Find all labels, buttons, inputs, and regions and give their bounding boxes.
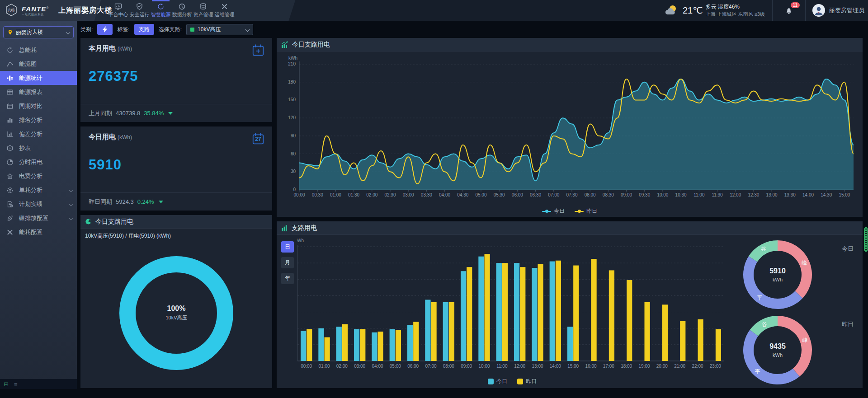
sidebar-item-total-energy[interactable]: 总能耗 — [0, 43, 77, 57]
brand-reg: ® — [46, 6, 48, 9]
sidebar-menu: 总能耗 能流图 能源统计 能源报表 同期对比 排名分析 偏差分析 抄表 — [0, 43, 77, 239]
trend-chart-icon — [281, 41, 288, 48]
svg-text:12:00: 12:00 — [730, 192, 741, 197]
calendar-day-button[interactable]: 27 — [251, 132, 265, 145]
nav-data-analysis[interactable]: 数据分析 — [171, 0, 193, 21]
sidebar-item-label: 电费分析 — [19, 172, 72, 180]
sidebar-item-energy-statistics[interactable]: 能源统计 — [0, 71, 77, 85]
weather-widget: 21℃ 多云 湿度46% 上海 上海城区 东南风 ≤3级 — [663, 3, 772, 17]
legend-item-today[interactable]: 今日 — [542, 207, 565, 215]
sidebar-item-carbon-config[interactable]: 碳排放配置 — [0, 211, 77, 225]
svg-text:07:00: 07:00 — [548, 192, 559, 197]
sidebar-item-label: 能源报表 — [19, 88, 72, 96]
toggle-year-button[interactable]: 年 — [281, 273, 294, 284]
svg-text:23:00: 23:00 — [710, 364, 721, 369]
sidebar-item-period-compare[interactable]: 同期对比 — [0, 99, 77, 113]
shield-icon — [136, 3, 143, 10]
svg-text:04:00: 04:00 — [439, 192, 450, 197]
app-header: 凡特 FANTE® 一站式能效系统 上海丽婴房大楼 平台中心 安全运行 智慧能源… — [0, 0, 868, 21]
legend-item-yesterday[interactable]: 昨日 — [517, 378, 537, 385]
branch-donut-chart[interactable] — [115, 252, 238, 375]
nav-platform-center[interactable]: 平台中心 — [108, 0, 129, 21]
svg-text:08:00: 08:00 — [585, 192, 596, 197]
today-branch-donut-card: 今日支路用电 10kV高压(5910) / 用电(5910) (kWh) 100… — [80, 215, 272, 388]
nav-ops-management[interactable]: 运维管理 — [214, 0, 235, 21]
branch-bar-chart[interactable]: 0100200300400500600700kWh00:0001:0002:00… — [297, 236, 727, 374]
svg-text:01:00: 01:00 — [330, 192, 341, 197]
compare-value: 430739.8 — [116, 110, 140, 117]
svg-text:15:00: 15:00 — [839, 192, 850, 197]
notifications-button[interactable]: 11 — [772, 0, 805, 21]
svg-text:07:30: 07:30 — [566, 192, 577, 197]
tag-branch-button[interactable]: 支路 — [134, 24, 154, 35]
nav-smart-energy[interactable]: 智慧能源 — [150, 0, 171, 21]
pie-chart-icon — [178, 3, 186, 10]
category-label: 类别: — [80, 26, 93, 33]
sidebar-item-tou-power[interactable]: 分时用电 — [0, 155, 77, 169]
nav-asset-management[interactable]: 资产管理 — [193, 0, 214, 21]
database-icon — [199, 3, 207, 10]
flow-icon — [6, 61, 14, 68]
tou-donut-yesterday-chart[interactable]: 峰平谷 — [742, 315, 813, 385]
chevron-down-icon — [66, 30, 71, 35]
legend-label: 今日 — [496, 378, 507, 385]
svg-text:22:00: 22:00 — [692, 364, 703, 369]
hexagon-bolt-icon — [6, 145, 14, 152]
svg-text:17:00: 17:00 — [603, 364, 614, 369]
calendar-add-button[interactable] — [251, 43, 265, 57]
sidebar-item-label: 能耗配置 — [19, 228, 72, 236]
sidebar-item-energy-config[interactable]: 能耗配置 — [0, 225, 77, 239]
sidebar-item-ranking[interactable]: 排名分析 — [0, 113, 77, 127]
toggle-day-button[interactable]: 日 — [281, 241, 294, 253]
branch-select-label: 选择支路: — [159, 26, 182, 33]
card-title: 今日用电 — [89, 133, 116, 140]
category-electric-button[interactable] — [97, 24, 113, 35]
sidebar-item-electricity-cost[interactable]: 电费分析 — [0, 169, 77, 183]
user-menu[interactable]: 丽婴房管理员 — [805, 0, 864, 21]
svg-text:150: 150 — [288, 97, 296, 102]
toggle-month-button[interactable]: 月 — [281, 257, 294, 268]
today-usage-value: 5910 — [89, 157, 264, 173]
trend-down-icon — [168, 112, 173, 115]
svg-text:09:00: 09:00 — [621, 192, 632, 197]
legend-item-today[interactable]: 今日 — [488, 378, 507, 385]
svg-text:12:00: 12:00 — [514, 364, 525, 369]
brand-logo-icon: 凡特 — [5, 3, 18, 18]
svg-text:04:00: 04:00 — [372, 364, 383, 369]
sidebar-item-label: 抄表 — [19, 144, 72, 152]
filter-bar: 类别: 标签: 支路 选择支路: 10kV高压 — [80, 23, 868, 36]
statistics-icon — [6, 75, 14, 82]
nav-label: 平台中心 — [108, 11, 128, 18]
sidebar-item-energy-flow[interactable]: 能流图 — [0, 57, 77, 71]
svg-text:峰: 峰 — [802, 260, 807, 266]
tou-donut-column: 峰平谷 5910 kWh 今日 峰平谷 9435 — [730, 236, 860, 386]
tou-donut-today-chart[interactable]: 峰平谷 — [742, 239, 813, 310]
nav-label: 运维管理 — [215, 11, 235, 18]
tou-side-label: 昨日 — [842, 320, 854, 328]
sidebar-item-energy-report[interactable]: 能源报表 — [0, 85, 77, 99]
svg-text:13:30: 13:30 — [784, 192, 796, 197]
sidebar-item-deviation[interactable]: 偏差分析 — [0, 127, 77, 141]
menu-collapse-icon[interactable]: ≡ — [14, 381, 18, 387]
leaf-icon — [6, 215, 14, 222]
grid-toggle-icon[interactable]: ⊞ — [4, 381, 9, 387]
vertical-scrollbar-thumb[interactable] — [864, 227, 868, 252]
sidebar-footer: ⊞ ≡ — [0, 379, 77, 389]
branch-select[interactable]: 10kV高压 — [186, 24, 253, 35]
building-select[interactable]: 丽婴房大楼 — [3, 26, 74, 38]
today-branch-line-panel: 今日支路用电 0306090120150180210kWh00:0000:300… — [277, 38, 863, 217]
svg-text:20:00: 20:00 — [656, 364, 668, 369]
legend-marker — [575, 211, 584, 212]
sidebar-item-meter-reading[interactable]: 抄表 — [0, 141, 77, 155]
sidebar-item-label: 分时用电 — [19, 158, 72, 166]
svg-text:18:00: 18:00 — [621, 364, 632, 369]
nav-safe-operation[interactable]: 安全运行 — [129, 0, 150, 21]
house-icon — [6, 173, 14, 180]
svg-text:10:00: 10:00 — [478, 364, 490, 369]
sidebar-item-plan-actual[interactable]: 计划实绩 — [0, 197, 77, 211]
legend-item-yesterday[interactable]: 昨日 — [575, 207, 597, 215]
sidebar-item-unit-consumption[interactable]: 单耗分析 — [0, 183, 77, 197]
today-branch-line-chart[interactable]: 0306090120150180210kWh00:0000:3001:0001:… — [278, 52, 861, 203]
branch-select-value: 10kV高压 — [198, 26, 243, 33]
svg-text:kWh: kWh — [288, 56, 297, 61]
